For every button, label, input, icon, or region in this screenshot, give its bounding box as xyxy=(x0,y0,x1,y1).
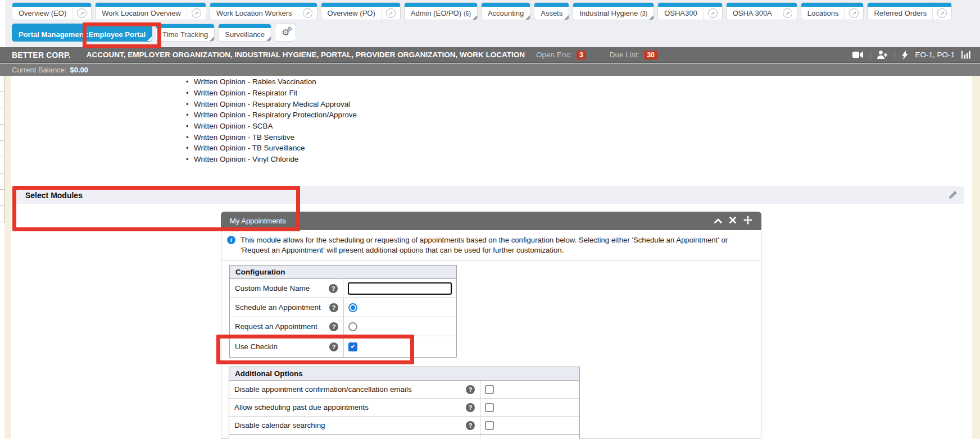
disable-calendar-searching-checkbox[interactable]: ✔ xyxy=(485,421,494,430)
question-icon[interactable]: ? xyxy=(329,303,338,312)
tab-surveillance[interactable]: Surveillance xyxy=(218,24,271,42)
tab-count: (6) xyxy=(464,10,471,17)
tab-top-strip xyxy=(573,3,654,7)
info-icon: i xyxy=(227,236,235,244)
list-item: •Written Opinion - Rabies Vaccination xyxy=(186,76,357,88)
tab-top-strip xyxy=(219,24,271,28)
tab-label: Admin (EO/PO) xyxy=(411,9,461,17)
question-icon[interactable]: ? xyxy=(466,385,475,394)
bullet-icon: • xyxy=(186,77,194,86)
tab-industrial-hygiene[interactable]: Industrial Hygiene(3) xyxy=(573,2,654,20)
external-link-icon: ↗ xyxy=(708,8,718,18)
tab-work-location-workers[interactable]: Work Location Workers ↗ xyxy=(210,2,317,20)
list-item: •Written Opinion - Respiratory Protectio… xyxy=(186,109,357,121)
use-checkin-checkbox[interactable]: ✔ xyxy=(348,342,357,351)
open-enc-badge[interactable]: 3 xyxy=(577,51,586,60)
tab-label: Assets xyxy=(541,9,562,17)
company-name: BETTER CORP. xyxy=(12,51,71,60)
tab-work-location-overview[interactable]: Work Location Overview ↗ xyxy=(95,2,206,20)
tab-top-strip xyxy=(658,3,722,7)
open-in-new-button[interactable]: ↗ xyxy=(932,7,951,20)
tab-label: Surveillance xyxy=(225,30,265,39)
primary-tab-bar: Overview (EO) ↗ Work Location Overview ↗… xyxy=(12,2,952,20)
bar-chart-icon[interactable] xyxy=(961,51,971,59)
open-in-new-button[interactable]: ↗ xyxy=(187,7,206,20)
external-link-icon: ↗ xyxy=(77,8,87,18)
close-icon xyxy=(729,217,736,223)
tab-top-strip xyxy=(156,24,214,28)
edit-modules-button[interactable] xyxy=(948,190,958,200)
close-button[interactable] xyxy=(729,217,736,225)
list-item: •Written Opinion - Vinyl Chloride xyxy=(186,154,357,165)
tab-top-strip xyxy=(321,3,400,7)
tab-assets[interactable]: Assets xyxy=(534,2,569,20)
tab-label: OSHA300 xyxy=(664,9,697,17)
bullet-icon: • xyxy=(186,111,194,119)
tab-overview-eo[interactable]: Overview (EO) ↗ xyxy=(12,2,92,20)
bullet-icon: • xyxy=(186,89,194,97)
disable-confirmation-emails-checkbox[interactable]: ✔ xyxy=(485,385,494,394)
open-in-new-button[interactable]: ↗ xyxy=(703,7,722,20)
module-info-note: i This module allows for the scheduling … xyxy=(221,230,761,261)
question-icon[interactable]: ? xyxy=(329,322,338,331)
panel-title: My Appointments xyxy=(230,217,286,225)
open-encounters-counter[interactable]: Open Enc: 3 xyxy=(536,51,586,60)
tab-osha-300a[interactable]: OSHA 300A ↗ xyxy=(726,2,797,20)
open-in-new-button[interactable]: ↗ xyxy=(381,7,400,20)
table-row-disable-calendar-searching: Disable calendar searching? ✔ xyxy=(229,417,579,435)
open-in-new-button[interactable]: ↗ xyxy=(844,7,863,20)
schedule-appointment-radio[interactable] xyxy=(348,303,357,312)
table-row-schedule-an-appointment: Schedule an Appointment? xyxy=(230,298,456,317)
question-icon[interactable]: ? xyxy=(466,421,475,430)
tab-label: Portal Management xyxy=(19,30,86,39)
open-in-new-button[interactable]: ↗ xyxy=(298,7,317,20)
tab-label: Locations xyxy=(807,9,839,17)
table-row-custom-module-name: Custom Module Name? xyxy=(230,279,456,298)
question-icon[interactable]: ? xyxy=(329,284,338,293)
tab-referred-orders[interactable]: Referred Orders ↗ xyxy=(867,2,952,20)
move-handle[interactable] xyxy=(743,216,752,226)
open-in-new-button[interactable]: ↗ xyxy=(72,7,91,20)
tab-portal-management-employee-portal[interactable]: Portal Management:Employee Portal xyxy=(12,24,152,42)
open-in-new-button[interactable]: ↗ xyxy=(778,7,797,20)
external-link-icon: ↗ xyxy=(937,8,947,18)
lightning-icon[interactable] xyxy=(902,51,908,60)
info-text: This module allows for the scheduling or… xyxy=(241,235,754,255)
balance-label: Current Balance: xyxy=(12,66,67,74)
tab-admin-eo-po[interactable]: Admin (EO/PO)(6) xyxy=(404,2,478,20)
table-row-use-checkin: Use Checkin? ✔ xyxy=(230,336,456,357)
tab-accounting[interactable]: Accounting xyxy=(481,2,530,20)
due-list-badge[interactable]: 30 xyxy=(644,51,657,60)
row-label: Custom Module Name xyxy=(235,284,310,292)
panel-header[interactable]: My Appointments xyxy=(221,212,761,230)
due-list-counter[interactable]: Due List: 30 xyxy=(597,51,657,60)
bullet-icon: • xyxy=(186,122,194,130)
entity-label: EO-1, PO-1 xyxy=(915,51,955,59)
tab-top-strip xyxy=(405,3,477,7)
external-link-icon: ↗ xyxy=(192,8,201,18)
request-appointment-radio[interactable] xyxy=(348,322,357,331)
question-icon[interactable]: ? xyxy=(329,342,338,351)
video-camera-icon[interactable] xyxy=(852,51,863,58)
allow-past-due-checkbox[interactable]: ✔ xyxy=(485,403,494,412)
list-item: •Written Opinion - Respirator Fit xyxy=(186,88,357,99)
custom-module-name-input[interactable] xyxy=(348,282,452,295)
row-label: Disable calendar searching xyxy=(234,421,325,429)
collapse-button[interactable] xyxy=(714,217,722,225)
tab-time-tracking[interactable]: Time Tracking xyxy=(156,24,215,42)
tab-overview-po[interactable]: Overview (PO) ↗ xyxy=(321,2,401,20)
table-row-disable-confirmation-emails: Disable appointment confirmation/cancell… xyxy=(229,381,579,399)
right-edge-strip[interactable] xyxy=(972,76,980,439)
gear-small-icon: ⚙ xyxy=(287,26,292,32)
row-label: Disable appointment confirmation/cancell… xyxy=(234,385,412,394)
row-label: Use Checkin xyxy=(235,342,278,351)
tab-top-strip xyxy=(868,3,951,7)
tab-osha300[interactable]: OSHA300 ↗ xyxy=(657,2,723,20)
tab-settings-button[interactable]: ⚙ ⚙ xyxy=(275,24,296,42)
balance-bar: Current Balance: $0.00 xyxy=(0,63,980,76)
tab-locations[interactable]: Locations ↗ xyxy=(801,2,864,20)
add-person-icon[interactable] xyxy=(877,51,888,59)
tab-label: Work Location Workers xyxy=(216,9,292,17)
question-icon[interactable]: ? xyxy=(466,403,475,412)
collapse-icon xyxy=(714,218,722,223)
